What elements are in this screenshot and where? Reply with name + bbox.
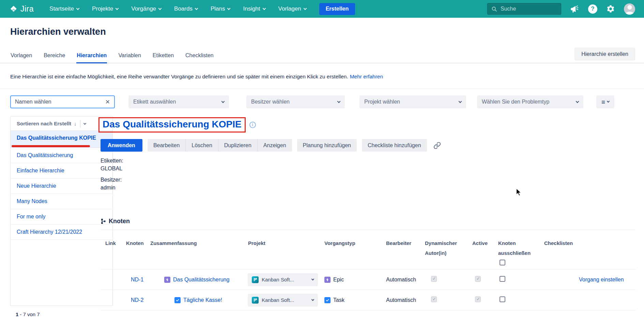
navbar-right: ? — [487, 3, 635, 15]
exclude-cell — [498, 296, 544, 304]
user-avatar[interactable] — [624, 3, 635, 15]
hamburger-icon: ≡ — [601, 99, 605, 105]
apply-button[interactable]: Anwenden — [101, 139, 142, 152]
chevron-down-icon — [311, 277, 314, 280]
col-zusammenfassung: Zusammenfassung — [150, 238, 248, 248]
info-icon[interactable] — [249, 122, 256, 128]
project-cell: Kanban Soft... — [248, 273, 324, 286]
nav-item-startseite[interactable]: Startseite — [49, 5, 79, 12]
create-button[interactable]: Erstellen — [319, 3, 355, 15]
checklist-cell — [544, 297, 636, 303]
node-key-link[interactable]: ND-2 — [126, 297, 150, 303]
chevron-down-icon — [195, 6, 198, 10]
issuetype-cell: Epic — [324, 277, 386, 283]
sidebar-item[interactable]: Einfache Hierarchie — [11, 163, 112, 179]
chevron-down-icon — [227, 6, 231, 10]
label-filter-select[interactable]: Etikett auswählen — [128, 95, 229, 108]
chevron-down-icon — [607, 100, 610, 103]
active-checkbox — [475, 296, 481, 302]
summary-cell: Das Qualitätssicherung — [150, 277, 248, 283]
project-select[interactable]: Kanban Soft... — [248, 294, 318, 307]
tab-vorlagen[interactable]: Vorlagen — [10, 52, 32, 63]
nav-item-insight[interactable]: Insight — [243, 5, 265, 12]
chevron-down-icon — [303, 6, 307, 10]
labels-label: Etiketten: — [101, 157, 123, 165]
col-checklisten: Checklisten — [544, 238, 636, 248]
nav-item-boards[interactable]: Boards — [174, 5, 198, 12]
sidebar-item[interactable]: Neue Hierarchie — [11, 179, 112, 194]
gear-icon[interactable] — [606, 4, 615, 13]
divider — [101, 230, 635, 230]
tab-variablen[interactable]: Variablen — [118, 52, 141, 63]
jira-logo[interactable]: Jira — [9, 4, 34, 14]
active-checkbox — [475, 276, 481, 282]
exclude-checkbox[interactable] — [500, 296, 505, 302]
chevron-down-icon — [337, 99, 341, 103]
node-key-link[interactable]: ND-1 — [126, 277, 150, 283]
page-title: Hierarchien verwalten — [10, 27, 106, 37]
exclude-all-checkbox[interactable] — [500, 260, 505, 265]
sort-direction-icon[interactable]: ↓ — [74, 121, 77, 126]
name-filter-field[interactable]: ✕ — [10, 95, 115, 108]
tab-etiketten[interactable]: Etiketten — [152, 52, 174, 63]
create-hierarchy-button[interactable]: Hierarchie erstellen — [574, 48, 635, 60]
tabs-bar: Vorlagen Bereiche Hierarchien Variablen … — [0, 52, 644, 63]
nav-item-plans[interactable]: Plans — [211, 5, 230, 12]
chevron-down-icon — [311, 298, 314, 301]
chevron-down-icon — [221, 99, 225, 103]
exclude-checkbox[interactable] — [500, 276, 505, 282]
nav-item-vorgaenge[interactable]: Vorgänge — [131, 5, 161, 12]
nav-item-projekte[interactable]: Projekte — [92, 5, 118, 12]
set-issue-link[interactable]: Vorgang einstellen — [579, 277, 624, 282]
add-checklist-button[interactable]: Checkliste hinzufügen — [362, 139, 427, 152]
list-options-menu-button[interactable]: ≡ — [596, 95, 614, 108]
search-input[interactable] — [501, 6, 557, 12]
sidebar-item[interactable]: Craft Hierarchy 12/21/2022 — [11, 225, 112, 240]
tab-bereiche[interactable]: Bereiche — [43, 52, 65, 63]
nav-item-vorlagen[interactable]: Vorlagen — [278, 5, 306, 12]
edit-button[interactable]: Bearbeiten — [148, 139, 185, 152]
nodes-table: Link Knoten Zusammenfassung Projekt Vorg… — [101, 230, 636, 310]
sort-dropdown[interactable]: Sortieren nach Erstellt ↓ — [11, 117, 112, 131]
tab-checklisten[interactable]: Checklisten — [185, 52, 214, 63]
add-plan-button[interactable]: Planung hinzufügen — [297, 139, 357, 152]
tab-hierarchien[interactable]: Hierarchien — [76, 52, 107, 63]
detail-header: Das Qualitätssicherung KOPIE — [98, 117, 256, 133]
summary-link[interactable]: Tägliche Kasse! — [183, 297, 222, 303]
help-icon[interactable]: ? — [588, 4, 597, 14]
table-row-nd1: ND-1 Das Qualitätssicherung Kanban Soft.… — [101, 270, 636, 290]
col-vorgangstyp: Vorgangstyp — [324, 238, 386, 248]
clear-icon[interactable]: ✕ — [105, 99, 110, 105]
divider — [80, 120, 80, 127]
learn-more-link[interactable]: Mehr erfahren — [350, 74, 383, 79]
project-filter-select[interactable]: Projekt wählen — [359, 95, 466, 108]
delete-button[interactable]: Löschen — [185, 139, 218, 152]
sidebar-item[interactable]: Das Qualitätssicherung — [11, 148, 112, 163]
permalink-icon[interactable] — [432, 140, 442, 151]
chevron-down-icon[interactable] — [83, 122, 86, 124]
issuetype-filter-select[interactable]: Wählen Sie den Problemtyp — [477, 95, 583, 108]
global-search[interactable] — [487, 3, 561, 15]
sidebar-item[interactable]: Many Nodes — [11, 194, 112, 209]
col-dynamischer-autor: Dynamischer Autor(in) — [425, 238, 472, 258]
summary-link[interactable]: Das Qualitätssicherung — [173, 277, 229, 283]
owner-filter-select[interactable]: Besitzer wählen — [246, 95, 345, 108]
sidebar-item-selected[interactable]: Das Qualitätssicherung KOPIE — [11, 131, 112, 148]
project-avatar-icon — [252, 276, 259, 283]
announcements-icon[interactable] — [570, 4, 579, 14]
annotation-red-box: Das Qualitätssicherung KOPIE — [98, 117, 246, 133]
chevron-down-icon — [576, 99, 579, 103]
hierarchy-title: Das Qualitätssicherung KOPIE — [103, 119, 242, 129]
name-filter-input[interactable] — [15, 99, 103, 105]
project-select[interactable]: Kanban Soft... — [248, 273, 318, 286]
jira-logo-icon — [9, 4, 18, 14]
chevron-down-icon — [116, 6, 119, 10]
sidebar-item[interactable]: For me only — [11, 209, 112, 225]
checklist-cell: Vorgang einstellen — [544, 277, 636, 283]
show-button[interactable]: Anzeigen — [257, 139, 292, 152]
issuetype-cell: Task — [324, 297, 386, 303]
duplicate-button[interactable]: Duplizieren — [218, 139, 257, 152]
chevron-down-icon — [262, 6, 266, 10]
top-navbar: Jira Startseite Projekte Vorgänge Boards… — [0, 0, 644, 18]
editor-cell: Automatisch — [386, 297, 425, 303]
